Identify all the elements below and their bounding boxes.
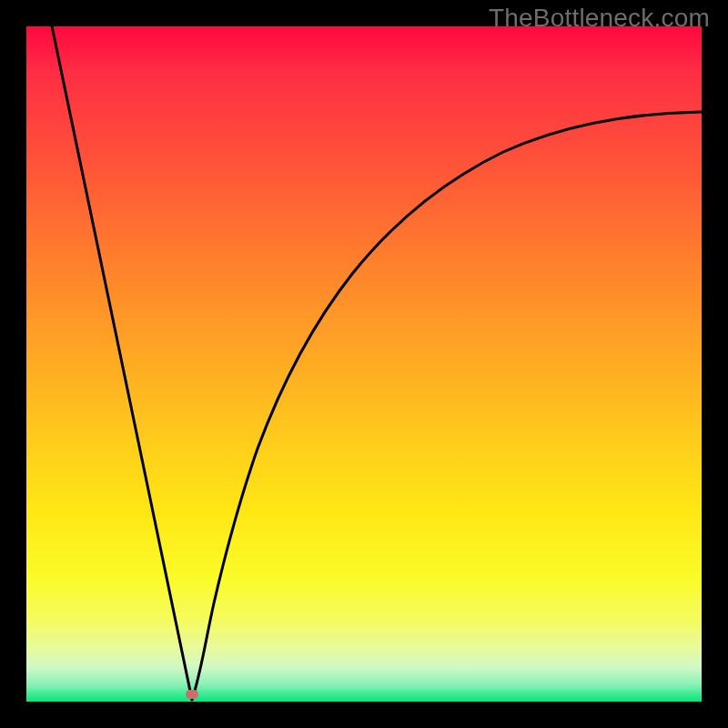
watermark-text: TheBottleneck.com <box>489 4 710 33</box>
chart-frame: TheBottleneck.com <box>0 0 728 728</box>
optimum-marker <box>186 690 198 699</box>
curve-path <box>50 26 702 700</box>
bottleneck-curve <box>26 26 702 702</box>
plot-area <box>26 26 702 702</box>
